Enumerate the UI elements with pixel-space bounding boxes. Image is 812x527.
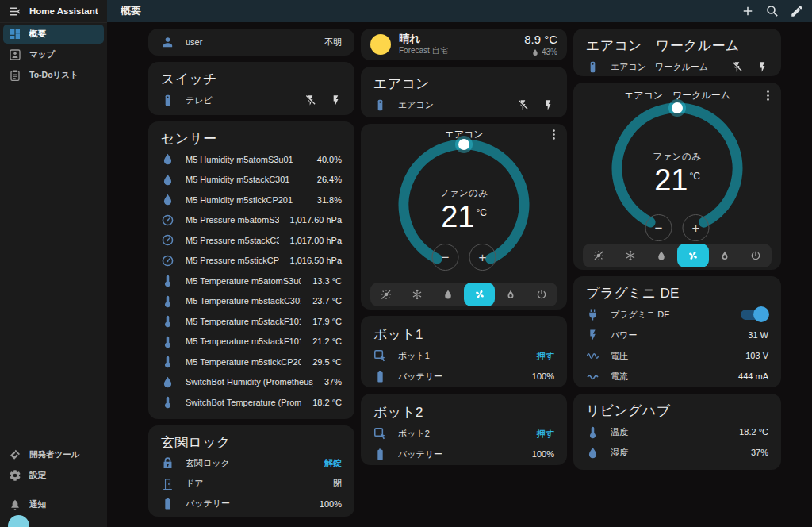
press-action[interactable]: 押す bbox=[537, 350, 554, 362]
sidebar-item-label: 開発者ツール bbox=[29, 449, 80, 460]
flash-off-icon[interactable] bbox=[304, 94, 316, 106]
hvac-mode-auto-button[interactable] bbox=[583, 244, 615, 267]
hvac-mode-auto-button[interactable] bbox=[370, 283, 401, 306]
increase-temperature-button[interactable]: + bbox=[683, 214, 710, 241]
sensor-row[interactable]: M5 Pressure m5atomS3u011,017.60 hPa bbox=[158, 210, 345, 231]
map-icon bbox=[9, 48, 21, 61]
entity-row-aircon-workroom[interactable]: エアコン ワークルーム bbox=[583, 56, 772, 77]
more-options-icon[interactable] bbox=[547, 128, 561, 141]
battery-icon bbox=[161, 497, 174, 510]
dial-handle[interactable] bbox=[458, 139, 469, 150]
sensor-row[interactable]: M5 Temperature m5atomS3u0113.3 °C bbox=[158, 271, 345, 291]
edit-dashboard-icon[interactable] bbox=[790, 4, 804, 18]
entity-state: 40.0% bbox=[317, 155, 342, 164]
sensor-row[interactable]: SwitchBot Temperature (Prometheus)18.2 °… bbox=[158, 392, 345, 413]
flash-off-icon[interactable] bbox=[731, 61, 743, 73]
entity-row-user[interactable]: user 不明 bbox=[158, 29, 345, 56]
hvac-mode-heat-button[interactable] bbox=[709, 244, 741, 267]
entity-row-voltage[interactable]: 電圧 103 V bbox=[583, 345, 772, 366]
entity-row-bot[interactable]: ボット2 押す bbox=[370, 423, 557, 444]
sidebar-item-developer-tools[interactable]: 開発者ツール bbox=[3, 445, 104, 464]
hvac-mode-cool-button[interactable] bbox=[401, 283, 432, 306]
card-title: ボット1 bbox=[370, 316, 557, 345]
sensor-row[interactable]: M5 Temperature m5stackF101_s117.9 °C bbox=[158, 311, 345, 332]
flash-icon[interactable] bbox=[330, 94, 342, 106]
flash-off-icon[interactable] bbox=[517, 99, 529, 111]
entity-row-bot[interactable]: ボット1 押す bbox=[370, 345, 557, 366]
entity-name: M5 Humidity m5stackC301 bbox=[186, 175, 306, 184]
increase-temperature-button[interactable]: + bbox=[469, 244, 496, 271]
entity-name: ボット2 bbox=[398, 428, 526, 440]
sidebar-item-todo[interactable]: To-Doリスト bbox=[3, 66, 104, 85]
entity-row-lock[interactable]: 玄関ロック 解錠 bbox=[158, 453, 345, 474]
entity-row-battery[interactable]: バッテリー 100% bbox=[158, 494, 345, 514]
entity-row-aircon[interactable]: エアコン bbox=[370, 94, 557, 115]
entity-name: M5 Pressure m5atomS3u01 bbox=[186, 215, 279, 225]
entity-row-tv[interactable]: テレビ bbox=[158, 90, 345, 110]
flash-icon[interactable] bbox=[756, 61, 768, 73]
dial-handle[interactable] bbox=[672, 102, 683, 113]
entity-row-humidity[interactable]: 湿度 37% bbox=[583, 442, 772, 463]
sensor-row[interactable]: M5 Temperature m5stickCP20129.5 °C bbox=[158, 352, 345, 372]
entity-state: 1,017.60 hPa bbox=[290, 215, 342, 225]
current-ac-icon bbox=[586, 370, 599, 383]
sensor-row[interactable]: M5 Temperature m5stackC30123.7 °C bbox=[158, 291, 345, 312]
entity-row-power[interactable]: パワー 31 W bbox=[583, 325, 772, 345]
hvac-mode-heat-button[interactable] bbox=[495, 283, 526, 306]
sensor-row[interactable]: M5 Pressure m5stackC3011,017.00 hPa bbox=[158, 230, 345, 251]
entity-row-temperature[interactable]: 温度 18.2 °C bbox=[583, 421, 772, 442]
tap-button-icon bbox=[373, 427, 387, 440]
developer-tools-icon bbox=[9, 448, 21, 461]
flash-icon[interactable] bbox=[542, 99, 554, 111]
entity-row-battery[interactable]: バッテリー 100% bbox=[370, 366, 557, 387]
decrease-temperature-button[interactable]: − bbox=[645, 214, 672, 241]
entity-row-battery[interactable]: バッテリー 100% bbox=[370, 444, 557, 464]
search-icon[interactable] bbox=[765, 4, 779, 18]
hvac-mode-fan-button[interactable] bbox=[464, 283, 495, 306]
press-action[interactable]: 押す bbox=[537, 428, 554, 440]
hvac-mode-dry-button[interactable] bbox=[433, 283, 464, 306]
hvac-mode-off-button[interactable] bbox=[527, 283, 557, 306]
decrease-temperature-button[interactable]: − bbox=[432, 244, 459, 271]
aircon-workroom-card: エアコン ワークルーム エアコン ワークルーム bbox=[573, 29, 781, 76]
entity-row-current[interactable]: 電流 444 mA bbox=[583, 366, 772, 387]
hvac-mode-dry-button[interactable] bbox=[645, 244, 677, 267]
card-title: スイッチ bbox=[158, 62, 345, 90]
weather-card[interactable]: 晴れ Forecast 自宅 8.9 °C 43% bbox=[361, 29, 567, 60]
thermometer-icon bbox=[586, 425, 599, 439]
add-icon[interactable] bbox=[741, 4, 755, 18]
sensor-row[interactable]: M5 Pressure m5stickCP2011,016.50 hPa bbox=[158, 251, 345, 271]
entity-state: 31 W bbox=[748, 330, 768, 340]
entity-name: 玄関ロック bbox=[186, 457, 313, 469]
sidebar-item-notifications[interactable]: 通知 bbox=[3, 495, 104, 514]
entity-name: M5 Temperature m5atomS3u01 bbox=[186, 276, 301, 286]
plug-mini-card: プラグミニ DE プラグミニ DE パワー 31 W 電圧 103 V 電流 4… bbox=[573, 276, 781, 387]
entity-row-door[interactable]: ドア 閉 bbox=[158, 474, 345, 494]
hvac-mode-fan-button[interactable] bbox=[677, 244, 709, 267]
sidebar-item-label: 概要 bbox=[29, 29, 46, 40]
entity-state: 13.3 °C bbox=[312, 276, 342, 286]
plug-toggle-switch[interactable] bbox=[741, 310, 768, 320]
tap-button-icon bbox=[373, 349, 387, 363]
weather-condition: 晴れ bbox=[399, 33, 516, 46]
sidebar-toggle-icon[interactable] bbox=[8, 5, 21, 18]
sidebar-item-settings[interactable]: 設定 bbox=[3, 466, 104, 485]
sensor-row[interactable]: SwitchBot Humidity (Prometheus)37% bbox=[158, 372, 345, 393]
user-avatar[interactable] bbox=[8, 515, 29, 527]
sidebar-item-overview[interactable]: 概要 bbox=[3, 25, 104, 44]
entity-row-plug[interactable]: プラグミニ DE bbox=[583, 304, 772, 325]
todo-list-icon bbox=[9, 69, 21, 82]
sidebar-item-label: 通知 bbox=[29, 499, 46, 510]
hvac-mode-cool-button[interactable] bbox=[615, 244, 646, 267]
sensor-row[interactable]: M5 Humidity m5stickCP20131.8% bbox=[158, 190, 345, 210]
entity-state: 37% bbox=[324, 377, 342, 387]
sensor-row[interactable]: M5 Temperature m5stackF101_s221.2 °C bbox=[158, 332, 345, 352]
thermometer-icon bbox=[161, 314, 174, 328]
hvac-mode-off-button[interactable] bbox=[740, 244, 772, 267]
sensor-row[interactable]: M5 Humidity m5stackC30126.4% bbox=[158, 170, 345, 190]
hvac-mode-label: ファンのみ bbox=[394, 187, 534, 199]
sensor-row[interactable]: M5 Humidity m5atomS3u0140.0% bbox=[158, 149, 345, 170]
sidebar-item-map[interactable]: マップ bbox=[3, 45, 104, 64]
fan-icon bbox=[688, 250, 699, 261]
more-options-icon[interactable] bbox=[761, 89, 775, 102]
